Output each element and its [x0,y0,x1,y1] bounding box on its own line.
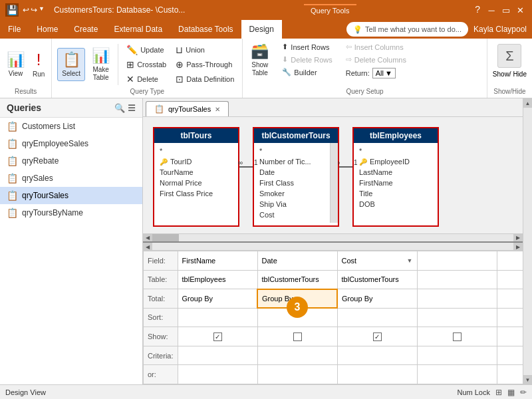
table-field-1-4[interactable]: Smoker [254,188,338,199]
sigma-button[interactable]: Σ [497,44,521,68]
table-field-0-1[interactable]: 🔑TourID [154,156,238,167]
run-button[interactable]: ! Run [30,49,47,80]
scroll-right-button[interactable]: ▶ [513,234,523,242]
select-button[interactable]: 📋 Select [57,48,85,81]
grid-empty-0-0[interactable] [497,251,523,271]
table-field-1-3[interactable]: First Class [254,178,338,188]
table-field-1-0[interactable]: * [254,146,338,156]
help-icon[interactable]: ? [475,4,480,16]
delete-columns-button[interactable]: ⇨ Delete Columns [343,54,409,65]
builder-button[interactable]: 🔧 Builder [279,66,334,78]
table-field-2-0[interactable]: * [354,146,438,156]
menu-home[interactable]: Home [29,20,66,39]
grid-cell-6-2[interactable] [337,365,417,384]
table-field-2-5[interactable]: DOB [354,199,438,209]
tab-close-button[interactable]: ✕ [215,106,220,113]
grid-cell-3-2[interactable] [337,308,417,327]
tell-me-input[interactable]: 💡 Tell me what you want to do... [346,22,468,37]
insert-columns-button[interactable]: ⇦ Insert Columns [343,41,409,53]
table-scrollbar-1[interactable] [330,143,338,223]
sidebar-item-0[interactable]: 📋Customers List [0,118,142,135]
redo-button[interactable]: ↪ [31,5,37,15]
sidebar-item-5[interactable]: 📋qryToursByName [0,204,142,221]
grid-cell-2-3[interactable] [417,289,497,309]
grid-cell-6-3[interactable] [417,365,497,384]
table-field-1-5[interactable]: Ship Via [254,199,338,209]
grid-cell-5-0[interactable] [178,346,257,365]
crosstab-button[interactable]: ⊞ Crosstab [124,58,169,71]
checkbox-4-0[interactable] [213,332,222,341]
table-field-2-1[interactable]: 🔑EmployeeID [354,156,438,167]
grid-cell-4-1[interactable] [257,327,337,346]
minimize-button[interactable]: ─ [485,4,497,16]
grid-cell-0-0[interactable]: FirstName [178,251,257,271]
status-icon-1[interactable]: ⊞ [495,388,502,397]
grid-cell-2-2[interactable]: Group By [337,289,417,309]
grid-scroll-left[interactable]: ◀ [143,243,152,251]
h-scrollbar[interactable]: ◀ ▶ [143,233,523,241]
union-button[interactable]: ⊔ Union [173,43,237,57]
main-scroll-down[interactable]: ▼ [523,375,532,384]
grid-cell-0-1[interactable]: Date [257,251,337,271]
grid-empty-5-0[interactable] [497,346,523,365]
cost-field-dropdown-icon[interactable]: ▼ [407,257,413,264]
grid-cell-1-1[interactable]: tblCustomerTours [257,270,337,289]
status-icon-3[interactable]: ✏ [520,388,527,397]
grid-cell-4-2[interactable] [337,327,417,346]
sidebar-item-1[interactable]: 📋qryEmployeeSales [0,135,142,152]
grid-cell-2-0[interactable]: Group By [178,289,257,309]
table-field-0-3[interactable]: Normal Price [154,178,238,188]
grid-empty-4-0[interactable] [497,327,523,346]
sidebar-search-icon[interactable]: 🔍 [114,103,125,113]
pass-through-button[interactable]: ⊕ Pass-Through [173,58,237,71]
menu-create[interactable]: Create [66,20,106,39]
restore-button[interactable]: ▭ [500,4,512,16]
sidebar-item-3[interactable]: 📋qrySales [0,170,142,187]
grid-cell-3-3[interactable] [417,308,497,327]
main-scroll-up[interactable]: ▲ [523,98,532,108]
customize-button[interactable]: ▼ [39,5,45,15]
tab-qry-tour-sales[interactable]: 📋 qryTourSales ✕ [146,101,229,116]
scroll-track[interactable] [152,234,513,241]
main-right-scrollbar[interactable]: ▲ ▼ [523,98,532,384]
grid-cell-6-0[interactable] [178,365,257,384]
grid-cell-1-3[interactable] [417,270,497,289]
menu-external-data[interactable]: External Data [106,20,170,39]
table-field-0-0[interactable]: * [154,146,238,156]
insert-rows-button[interactable]: ⬆ Insert Rows [279,41,334,53]
menu-design[interactable]: Design [241,20,282,39]
grid-cell-5-1[interactable] [257,346,337,365]
scroll-left-button[interactable]: ◀ [143,234,152,242]
sidebar-item-2[interactable]: 📋qryRebate [0,152,142,170]
grid-cell-6-1[interactable] [257,365,337,384]
return-dropdown[interactable]: All ▼ [372,68,396,78]
grid-scroll-right[interactable]: ▶ [513,243,523,251]
table-field-0-2[interactable]: TourName [154,167,238,178]
grid-cell-4-0[interactable] [178,327,257,346]
view-button[interactable]: 📊 View [4,50,27,79]
grid-cell-1-2[interactable]: tblCustomerTours [337,270,417,289]
delete-rows-button[interactable]: ⬇ Delete Rows [279,54,334,65]
grid-cell-5-2[interactable] [337,346,417,365]
data-definition-button[interactable]: ⊡ Data Definition [173,72,237,86]
grid-scroll-top[interactable]: ◀ ▶ [143,243,523,251]
grid-cell-0-2[interactable]: Cost▼ [337,251,417,271]
grid-empty-1-0[interactable] [497,270,523,289]
checkbox-4-2[interactable] [373,332,382,341]
grid-empty-6-0[interactable] [497,365,523,384]
grid-cell-1-0[interactable]: tblEmployees [178,270,257,289]
grid-cell-4-3[interactable] [417,327,497,346]
grid-cell-2-1[interactable]: Group By3 [257,289,337,309]
undo-button[interactable]: ↩ [23,5,29,15]
table-field-0-4[interactable]: First Class Price [154,188,238,199]
checkbox-4-1[interactable] [293,332,302,341]
table-field-2-2[interactable]: LastName [354,167,438,178]
close-button[interactable]: ✕ [515,4,527,16]
checkbox-4-3[interactable] [453,332,462,341]
table-field-2-3[interactable]: FirstName [354,178,438,188]
show-table-button[interactable]: 🗃️ Show Table [248,41,271,78]
status-icon-2[interactable]: ▦ [507,388,515,397]
grid-cell-5-3[interactable] [417,346,497,365]
save-icon[interactable]: 💾 [5,3,19,17]
table-field-1-1[interactable]: Number of Tic... [254,156,338,167]
